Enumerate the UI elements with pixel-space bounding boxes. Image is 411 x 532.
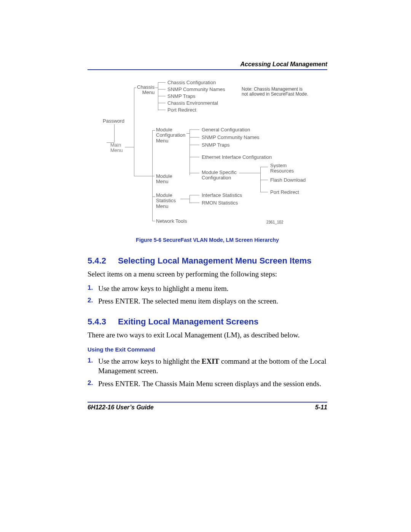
- lbl-chassis-item-3: Chassis Environmental: [167, 101, 218, 106]
- lbl-chassis-item-1: SNMP Community Names: [167, 87, 225, 92]
- lbl-mc-item-0: General Configuration: [202, 127, 250, 133]
- lbl-mc-item-2: SNMP Traps: [202, 142, 229, 148]
- footer: 6H122-16 User’s Guide 5-11: [88, 404, 327, 411]
- hierarchy-diagram: Password Main Menu Chassis Menu Chassis …: [88, 78, 327, 235]
- lbl-mc-item-1: SNMP Community Names: [202, 135, 259, 140]
- subheading-exit-command: Using the Exit Command: [88, 346, 327, 353]
- step-text: Press ENTER. The selected menu item disp…: [98, 297, 278, 305]
- lbl-stats-item-0: Interface Statistics: [202, 193, 242, 198]
- heading-title: Exiting Local Management Screens: [118, 317, 258, 326]
- lbl-ms-item-0: System Resources: [270, 163, 294, 174]
- section1-intro: Select items on a menu screen by perform…: [88, 270, 327, 279]
- heading-num: 5.4.3: [88, 317, 118, 327]
- step-text: Use the arrow keys to highlight a menu i…: [98, 284, 228, 292]
- step-number: 1.: [88, 284, 93, 292]
- header-rule: [88, 69, 327, 70]
- doc-id: 2361_102: [266, 220, 284, 224]
- lbl-note: Note: Chassis Management is not allowed …: [242, 87, 308, 97]
- step-text: Use the arrow keys to highlight the EXIT…: [98, 357, 326, 375]
- list-item: 2.Press ENTER. The selected menu item di…: [88, 296, 327, 306]
- lbl-password: Password: [103, 118, 124, 124]
- lbl-ms-item-2: Port Redirect: [270, 190, 299, 195]
- step-number: 1.: [88, 356, 93, 365]
- lbl-chassis-item-4: Port Redirect: [167, 107, 196, 113]
- footer-left: 6H122-16 User’s Guide: [88, 404, 154, 411]
- lbl-chassis-item-2: SNMP Traps: [167, 94, 195, 99]
- lbl-main-menu: Main Menu: [110, 142, 123, 153]
- list-item: 1.Use the arrow keys to highlight a menu…: [88, 284, 327, 294]
- section2-intro: There are two ways to exit Local Managem…: [88, 331, 327, 340]
- section1-steps: 1.Use the arrow keys to highlight a menu…: [88, 284, 327, 306]
- heading-5-4-2: 5.4.2Selecting Local Management Menu Scr…: [88, 256, 327, 266]
- lbl-chassis-menu: Chassis Menu: [137, 85, 155, 96]
- lbl-module-menu: Module Menu: [156, 174, 172, 185]
- footer-right: 5-11: [315, 404, 327, 411]
- lbl-stats-item-1: RMON Statistics: [202, 200, 238, 206]
- list-item: 1. Use the arrow keys to highlight the E…: [88, 356, 327, 376]
- lbl-ms-item-1: Flash Download: [270, 177, 306, 183]
- running-header: Accessing Local Management: [88, 61, 327, 68]
- lbl-module-config-menu: Module Configuration Menu: [156, 127, 185, 144]
- heading-num: 5.4.2: [88, 256, 118, 266]
- heading-title: Selecting Local Management Menu Screen I…: [118, 256, 312, 265]
- lbl-module-stats-menu: Module Statistics Menu: [156, 193, 176, 209]
- lbl-module-specific: Module Specific Configuration: [202, 170, 237, 181]
- list-item: 2. Press ENTER. The Chassis Main Menu sc…: [88, 379, 327, 389]
- lbl-chassis-item-0: Chassis Configuration: [167, 80, 216, 85]
- section2-steps: 1. Use the arrow keys to highlight the E…: [88, 356, 327, 389]
- step-number: 2.: [88, 379, 93, 388]
- step-number: 2.: [88, 296, 93, 305]
- footer-rule: [88, 402, 327, 403]
- heading-5-4-3: 5.4.3Exiting Local Management Screens: [88, 317, 327, 327]
- lbl-network-tools: Network Tools: [156, 219, 187, 224]
- step-text: Press ENTER. The Chassis Main Menu scree…: [98, 380, 321, 388]
- lbl-mc-item-3: Ethernet Interface Configuration: [202, 155, 272, 160]
- figure-caption: Figure 5-6 SecureFast VLAN Mode, LM Scre…: [88, 237, 327, 243]
